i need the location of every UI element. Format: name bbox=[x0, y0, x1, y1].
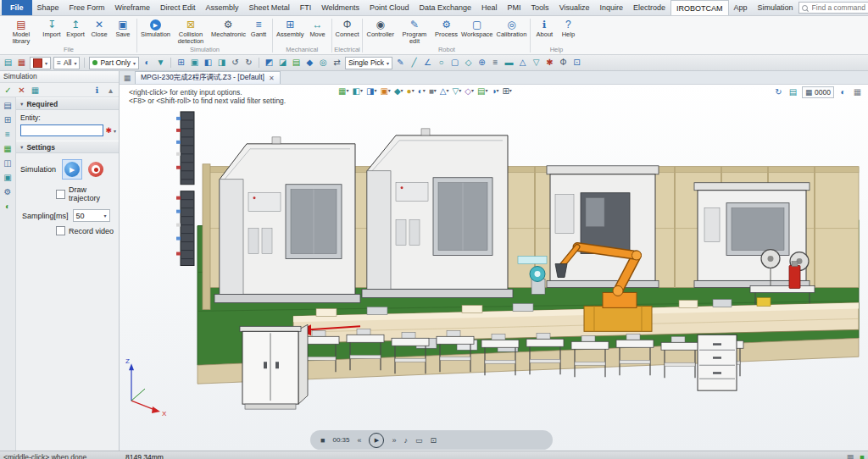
ribbon-tab-wireframe[interactable]: Wireframe bbox=[110, 0, 156, 15]
quickbar-icon[interactable]: ▤ bbox=[291, 58, 302, 68]
document-tab[interactable]: MPGI-230完成2程序调试.Z3 - [Default] ✕ bbox=[135, 71, 281, 84]
filter-all-dropdown[interactable]: ≡All▾ bbox=[53, 57, 80, 69]
quickbar-icon[interactable]: ▢ bbox=[449, 58, 460, 68]
ribbon-button-calibration[interactable]: ◎ Calibration bbox=[494, 17, 528, 46]
view-toolbar-icon[interactable]: ◨▾ bbox=[366, 86, 376, 96]
fullscreen-icon[interactable]: ⊡ bbox=[431, 436, 437, 445]
manager-tab-icon[interactable]: ⊞ bbox=[4, 116, 11, 124]
view-toolbar-icon[interactable]: ▤▾ bbox=[477, 86, 487, 96]
ribbon-tab-shape[interactable]: Shape bbox=[32, 0, 64, 15]
ribbon-button-assembly[interactable]: ⊞ Assembly bbox=[275, 17, 306, 46]
quickbar-icon[interactable]: ⊞ bbox=[175, 58, 186, 68]
machine-1[interactable] bbox=[214, 137, 360, 303]
ribbon-tab-point-cloud[interactable]: Point Cloud bbox=[364, 0, 415, 15]
visibility-dropdown-icon[interactable]: ◐ bbox=[142, 58, 153, 68]
apply-button[interactable]: ▦ bbox=[30, 85, 41, 96]
quickbar-icon[interactable]: ◆ bbox=[304, 58, 315, 68]
quickbar-icon[interactable]: ◎ bbox=[318, 58, 329, 68]
quickbar-icon[interactable]: ╱ bbox=[409, 58, 420, 68]
cabinet-right[interactable] bbox=[698, 335, 737, 390]
quickbar-icon[interactable]: ⊡ bbox=[571, 58, 582, 68]
tool-rack-1[interactable] bbox=[176, 112, 194, 185]
status-cube-icon[interactable]: ■ bbox=[856, 453, 868, 459]
ribbon-tab-heal[interactable]: Heal bbox=[476, 0, 503, 15]
view-toolbar-icon[interactable]: ●▾ bbox=[407, 86, 415, 96]
machine-2[interactable] bbox=[362, 129, 513, 298]
manager-tab-icon[interactable]: ▣ bbox=[3, 174, 11, 182]
cancel-button[interactable]: ✕ bbox=[16, 85, 27, 96]
quickbar-icon[interactable]: ▽ bbox=[531, 58, 542, 68]
ribbon-tab-weldments[interactable]: Weldments bbox=[316, 0, 364, 15]
ribbon-button-help[interactable]: ? Help bbox=[556, 17, 580, 46]
close-icon[interactable]: ✕ bbox=[269, 75, 275, 82]
ribbon-button-process[interactable]: ⚙ Process bbox=[433, 17, 459, 46]
volume-icon[interactable]: ♪ bbox=[404, 436, 409, 445]
settings-section-header[interactable]: ▼ Settings bbox=[16, 141, 119, 153]
quickbar-icon[interactable]: ◩ bbox=[264, 58, 275, 68]
filter-funnel-icon[interactable]: ▼ bbox=[155, 58, 166, 68]
quickbar-icon[interactable]: △ bbox=[517, 58, 528, 68]
ribbon-button-controller[interactable]: ◉ Controller bbox=[364, 17, 396, 46]
manager-tab-icon[interactable]: ◫ bbox=[3, 159, 11, 168]
quickbar-icon[interactable]: ⊕ bbox=[476, 58, 487, 68]
ribbon-tab-assembly[interactable]: Assembly bbox=[201, 0, 244, 15]
ribbon-button-model-library[interactable]: ▤ Model library bbox=[3, 17, 40, 46]
confirm-button[interactable]: ✓ bbox=[3, 85, 14, 96]
manager-tab-icon[interactable]: ▤ bbox=[3, 102, 11, 110]
ribbon-tab-free-form[interactable]: Free Form bbox=[64, 0, 110, 15]
quickbar-icon[interactable]: ✎ bbox=[395, 58, 406, 68]
grid-icon[interactable]: ▦ bbox=[852, 87, 863, 97]
view-toolbar-icon[interactable]: ◧▾ bbox=[352, 86, 362, 96]
ribbon-button-move[interactable]: ↔ Move bbox=[306, 17, 330, 46]
skip-forward-icon[interactable]: » bbox=[392, 436, 396, 445]
quickbar-icon[interactable]: ◧ bbox=[203, 58, 214, 68]
ribbon-tab-pmi[interactable]: PMI bbox=[503, 0, 526, 15]
frame-counter[interactable]: ▦ 0000 bbox=[802, 86, 834, 98]
redo-icon[interactable]: ↻ bbox=[243, 58, 254, 68]
ribbon-tab-app[interactable]: App bbox=[729, 0, 753, 15]
quickbar-icon[interactable]: Φ bbox=[558, 58, 569, 68]
view-toolbar-icon[interactable]: ▽▾ bbox=[453, 86, 462, 96]
quickbar-icon[interactable]: ◇ bbox=[463, 58, 474, 68]
ribbon-button-export[interactable]: ↥ Export bbox=[64, 17, 87, 46]
ribbon-tab-file[interactable]: File bbox=[2, 0, 32, 15]
command-search[interactable] bbox=[798, 2, 868, 14]
ribbon-button-simulation[interactable]: ▶ Simulation bbox=[139, 17, 172, 46]
ribbon-button-close[interactable]: ✕ Close bbox=[87, 17, 111, 46]
skip-back-icon[interactable]: « bbox=[357, 436, 361, 445]
view-toolbar-icon[interactable]: ◇▾ bbox=[465, 86, 474, 96]
quickbar-icon[interactable]: ○ bbox=[436, 58, 447, 68]
display-mode-icon[interactable]: ◐ bbox=[837, 87, 849, 97]
ribbon-tab-direct-edit[interactable]: Direct Edit bbox=[155, 0, 201, 15]
ribbon-button-about[interactable]: ℹ About bbox=[532, 17, 556, 46]
manager-tab-icon[interactable]: ≡ bbox=[5, 130, 10, 139]
record-video-checkbox[interactable] bbox=[56, 226, 65, 235]
view-toolbar-icon[interactable]: ◑▾ bbox=[491, 86, 498, 96]
ribbon-button-workspace[interactable]: ▢ Workspace bbox=[459, 17, 494, 46]
play-simulation-button[interactable]: ▶ bbox=[64, 162, 80, 177]
stop-simulation-button[interactable] bbox=[88, 162, 103, 177]
ribbon-tab-simulation[interactable]: Simulation bbox=[753, 0, 798, 15]
undo-icon[interactable]: ↺ bbox=[230, 58, 241, 68]
ribbon-tab-sheet-metal[interactable]: Sheet Metal bbox=[244, 0, 295, 15]
ribbon-tab-electrode[interactable]: Electrode bbox=[628, 0, 670, 15]
ribbon-button-import[interactable]: ↧ Import bbox=[40, 17, 64, 46]
status-grid-icon[interactable]: ▦ bbox=[844, 453, 856, 459]
ribbon-tab-inquire[interactable]: Inquire bbox=[594, 0, 628, 15]
ribbon-button-program-edit[interactable]: ✎ Program edit bbox=[396, 17, 433, 46]
scene-3d[interactable]: Z X bbox=[120, 85, 868, 451]
ribbon-button-mechatronic[interactable]: ⚙ Mechatronic bbox=[209, 17, 247, 46]
palette-icon[interactable]: ▦ bbox=[16, 58, 27, 68]
ribbon-tab-irobotcam[interactable]: IROBOTCAM bbox=[670, 0, 729, 15]
chevron-down-icon[interactable]: ▾ bbox=[114, 128, 116, 134]
ribbon-button-collision-detection[interactable]: ⊠ Collision detection bbox=[172, 17, 209, 46]
ribbon-tab-visualize[interactable]: Visualize bbox=[554, 0, 595, 15]
theater-mode-icon[interactable]: ▭ bbox=[415, 436, 423, 445]
quickbar-icon[interactable]: ◪ bbox=[277, 58, 288, 68]
refresh-icon[interactable]: ↻ bbox=[773, 87, 784, 97]
entity-input[interactable] bbox=[20, 124, 103, 136]
view-toolbar-icon[interactable]: △▾ bbox=[440, 86, 449, 96]
ribbon-tab-fti[interactable]: FTI bbox=[295, 0, 317, 15]
quickbar-icon[interactable]: ▣ bbox=[189, 58, 200, 68]
ribbon-button-save[interactable]: ▣ Save bbox=[111, 17, 135, 46]
